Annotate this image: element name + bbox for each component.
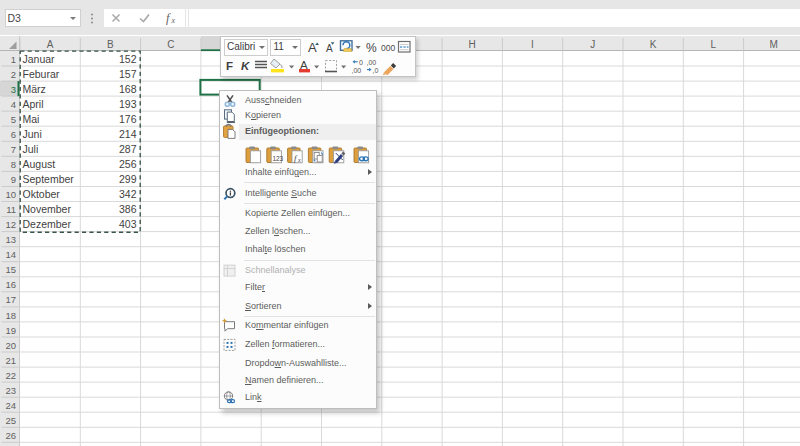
svg-text:123: 123 [272, 155, 283, 162]
svg-text:x: x [297, 157, 301, 163]
